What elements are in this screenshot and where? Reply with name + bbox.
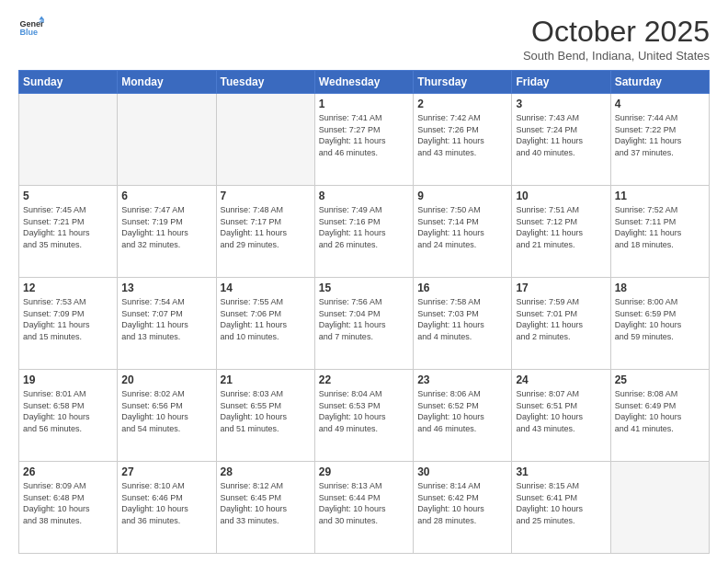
day-info: Sunrise: 8:14 AM Sunset: 6:42 PM Dayligh… xyxy=(417,480,507,526)
calendar-week-row: 19Sunrise: 8:01 AM Sunset: 6:58 PM Dayli… xyxy=(19,370,710,462)
day-number: 31 xyxy=(516,465,606,478)
day-info: Sunrise: 7:56 AM Sunset: 7:04 PM Dayligh… xyxy=(319,296,409,342)
day-number: 4 xyxy=(615,98,705,110)
day-number: 26 xyxy=(23,465,113,478)
calendar-cell: 23Sunrise: 8:06 AM Sunset: 6:52 PM Dayli… xyxy=(414,370,512,462)
calendar-cell: 30Sunrise: 8:14 AM Sunset: 6:42 PM Dayli… xyxy=(414,462,512,554)
calendar-cell: 2Sunrise: 7:42 AM Sunset: 7:26 PM Daylig… xyxy=(414,94,512,186)
col-thursday: Thursday xyxy=(414,71,512,94)
col-wednesday: Wednesday xyxy=(314,71,413,94)
calendar-cell: 6Sunrise: 7:47 AM Sunset: 7:19 PM Daylig… xyxy=(118,186,216,278)
calendar-cell: 13Sunrise: 7:54 AM Sunset: 7:07 PM Dayli… xyxy=(118,278,216,370)
day-info: Sunrise: 7:45 AM Sunset: 7:21 PM Dayligh… xyxy=(23,204,113,250)
header: General Blue October 2025 South Bend, In… xyxy=(18,15,710,63)
calendar-cell: 9Sunrise: 7:50 AM Sunset: 7:14 PM Daylig… xyxy=(414,186,512,278)
calendar-table: Sunday Monday Tuesday Wednesday Thursday… xyxy=(18,70,710,554)
day-number: 19 xyxy=(23,373,113,386)
calendar-cell: 8Sunrise: 7:49 AM Sunset: 7:16 PM Daylig… xyxy=(314,186,413,278)
day-number: 15 xyxy=(319,282,409,294)
calendar-cell xyxy=(610,462,709,554)
col-saturday: Saturday xyxy=(610,71,709,94)
calendar-cell xyxy=(19,94,118,186)
day-info: Sunrise: 8:01 AM Sunset: 6:58 PM Dayligh… xyxy=(23,388,113,434)
calendar-cell: 21Sunrise: 8:03 AM Sunset: 6:55 PM Dayli… xyxy=(216,370,314,462)
calendar-cell: 22Sunrise: 8:04 AM Sunset: 6:53 PM Dayli… xyxy=(314,370,413,462)
day-number: 14 xyxy=(221,282,311,294)
day-number: 11 xyxy=(615,190,705,202)
calendar-cell: 29Sunrise: 8:13 AM Sunset: 6:44 PM Dayli… xyxy=(314,462,413,554)
calendar-cell: 10Sunrise: 7:51 AM Sunset: 7:12 PM Dayli… xyxy=(512,186,610,278)
day-number: 9 xyxy=(417,190,507,202)
calendar-week-row: 1Sunrise: 7:41 AM Sunset: 7:27 PM Daylig… xyxy=(19,94,710,186)
day-number: 30 xyxy=(417,465,507,478)
svg-text:Blue: Blue xyxy=(19,28,38,37)
calendar-cell: 18Sunrise: 8:00 AM Sunset: 6:59 PM Dayli… xyxy=(610,278,709,370)
col-monday: Monday xyxy=(118,71,216,94)
day-info: Sunrise: 7:51 AM Sunset: 7:12 PM Dayligh… xyxy=(516,204,606,250)
calendar-cell: 17Sunrise: 7:59 AM Sunset: 7:01 PM Dayli… xyxy=(512,278,610,370)
day-info: Sunrise: 8:02 AM Sunset: 6:56 PM Dayligh… xyxy=(121,388,211,434)
day-number: 28 xyxy=(221,465,311,478)
day-info: Sunrise: 7:47 AM Sunset: 7:19 PM Dayligh… xyxy=(121,204,211,250)
day-info: Sunrise: 7:49 AM Sunset: 7:16 PM Dayligh… xyxy=(319,204,409,250)
day-number: 3 xyxy=(516,98,606,110)
day-info: Sunrise: 7:44 AM Sunset: 7:22 PM Dayligh… xyxy=(615,112,705,158)
calendar-cell: 28Sunrise: 8:12 AM Sunset: 6:45 PM Dayli… xyxy=(216,462,314,554)
day-info: Sunrise: 7:52 AM Sunset: 7:11 PM Dayligh… xyxy=(615,204,705,250)
calendar-week-row: 26Sunrise: 8:09 AM Sunset: 6:48 PM Dayli… xyxy=(19,462,710,554)
col-sunday: Sunday xyxy=(19,71,118,94)
day-number: 5 xyxy=(23,190,113,202)
calendar-cell: 20Sunrise: 8:02 AM Sunset: 6:56 PM Dayli… xyxy=(118,370,216,462)
day-number: 17 xyxy=(516,282,606,294)
month-title: October 2025 xyxy=(523,15,710,49)
day-number: 16 xyxy=(417,282,507,294)
page: General Blue October 2025 South Bend, In… xyxy=(0,0,728,563)
day-number: 27 xyxy=(121,465,211,478)
day-number: 10 xyxy=(516,190,606,202)
day-info: Sunrise: 8:12 AM Sunset: 6:45 PM Dayligh… xyxy=(221,480,311,526)
col-tuesday: Tuesday xyxy=(216,71,314,94)
calendar-cell xyxy=(216,94,314,186)
calendar-cell: 5Sunrise: 7:45 AM Sunset: 7:21 PM Daylig… xyxy=(19,186,118,278)
calendar-cell: 3Sunrise: 7:43 AM Sunset: 7:24 PM Daylig… xyxy=(512,94,610,186)
svg-text:General: General xyxy=(19,19,44,29)
day-info: Sunrise: 8:13 AM Sunset: 6:44 PM Dayligh… xyxy=(319,480,409,526)
day-info: Sunrise: 7:48 AM Sunset: 7:17 PM Dayligh… xyxy=(221,204,311,250)
day-info: Sunrise: 7:53 AM Sunset: 7:09 PM Dayligh… xyxy=(23,296,113,342)
calendar-cell: 25Sunrise: 8:08 AM Sunset: 6:49 PM Dayli… xyxy=(610,370,709,462)
col-friday: Friday xyxy=(512,71,610,94)
calendar-cell: 16Sunrise: 7:58 AM Sunset: 7:03 PM Dayli… xyxy=(414,278,512,370)
day-info: Sunrise: 8:15 AM Sunset: 6:41 PM Dayligh… xyxy=(516,480,606,526)
day-info: Sunrise: 8:04 AM Sunset: 6:53 PM Dayligh… xyxy=(319,388,409,434)
calendar-cell: 15Sunrise: 7:56 AM Sunset: 7:04 PM Dayli… xyxy=(314,278,413,370)
day-number: 25 xyxy=(615,373,705,386)
day-info: Sunrise: 8:03 AM Sunset: 6:55 PM Dayligh… xyxy=(221,388,311,434)
day-info: Sunrise: 8:10 AM Sunset: 6:46 PM Dayligh… xyxy=(121,480,211,526)
calendar-cell: 27Sunrise: 8:10 AM Sunset: 6:46 PM Dayli… xyxy=(118,462,216,554)
calendar-cell: 1Sunrise: 7:41 AM Sunset: 7:27 PM Daylig… xyxy=(314,94,413,186)
day-number: 8 xyxy=(319,190,409,202)
day-info: Sunrise: 7:43 AM Sunset: 7:24 PM Dayligh… xyxy=(516,112,606,158)
location: South Bend, Indiana, United States xyxy=(523,49,710,63)
calendar-cell: 24Sunrise: 8:07 AM Sunset: 6:51 PM Dayli… xyxy=(512,370,610,462)
day-info: Sunrise: 7:50 AM Sunset: 7:14 PM Dayligh… xyxy=(417,204,507,250)
day-number: 2 xyxy=(417,98,507,110)
calendar-cell: 11Sunrise: 7:52 AM Sunset: 7:11 PM Dayli… xyxy=(610,186,709,278)
day-number: 22 xyxy=(319,373,409,386)
day-info: Sunrise: 7:41 AM Sunset: 7:27 PM Dayligh… xyxy=(319,112,409,158)
calendar-header-row: Sunday Monday Tuesday Wednesday Thursday… xyxy=(19,71,710,94)
day-number: 7 xyxy=(221,190,311,202)
calendar-cell xyxy=(118,94,216,186)
day-info: Sunrise: 8:09 AM Sunset: 6:48 PM Dayligh… xyxy=(23,480,113,526)
calendar-cell: 12Sunrise: 7:53 AM Sunset: 7:09 PM Dayli… xyxy=(19,278,118,370)
day-info: Sunrise: 7:42 AM Sunset: 7:26 PM Dayligh… xyxy=(417,112,507,158)
day-number: 20 xyxy=(121,373,211,386)
calendar-cell: 14Sunrise: 7:55 AM Sunset: 7:06 PM Dayli… xyxy=(216,278,314,370)
calendar-cell: 26Sunrise: 8:09 AM Sunset: 6:48 PM Dayli… xyxy=(19,462,118,554)
day-number: 21 xyxy=(221,373,311,386)
title-block: October 2025 South Bend, Indiana, United… xyxy=(523,15,710,63)
day-info: Sunrise: 7:59 AM Sunset: 7:01 PM Dayligh… xyxy=(516,296,606,342)
day-number: 18 xyxy=(615,282,705,294)
logo: General Blue xyxy=(18,15,44,40)
day-info: Sunrise: 7:54 AM Sunset: 7:07 PM Dayligh… xyxy=(121,296,211,342)
